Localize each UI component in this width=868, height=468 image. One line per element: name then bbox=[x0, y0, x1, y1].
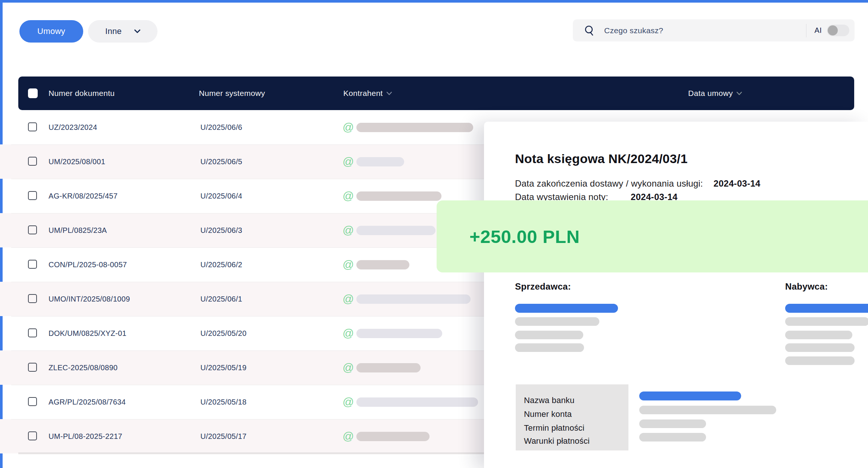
system-number-cell: U/2025/06/6 bbox=[200, 110, 242, 144]
contractor-placeholder-bar bbox=[356, 226, 435, 235]
system-number-cell: U/2025/05/17 bbox=[200, 419, 247, 453]
party-detail-placeholder-bar bbox=[785, 343, 855, 352]
document-number-cell: CON/PL/2025-08-0057 bbox=[49, 247, 127, 282]
seller-section-label: Sprzedawca: bbox=[515, 281, 571, 292]
system-number-cell: U/2025/05/19 bbox=[200, 350, 247, 385]
system-number-cell: U/2025/05/18 bbox=[200, 385, 247, 419]
party-detail-placeholder-bar bbox=[785, 317, 868, 326]
search-input[interactable] bbox=[603, 26, 806, 35]
system-number-cell: U/2025/06/1 bbox=[200, 282, 242, 316]
bank-detail-placeholder-bar bbox=[639, 433, 706, 442]
contractor-at-icon: @ bbox=[343, 213, 354, 247]
document-preview-panel: Nota księgowa NK/2024/03/1 Data zakończe… bbox=[484, 122, 868, 468]
bank-detail-placeholder-bar bbox=[639, 419, 706, 428]
party-detail-placeholder-bar bbox=[515, 343, 584, 352]
bank-detail-placeholder-bar bbox=[639, 406, 776, 414]
document-number-cell: DOK/UM/0825/XYZ-01 bbox=[49, 316, 127, 350]
column-header-kontrahent[interactable]: Kontrahent bbox=[343, 77, 392, 110]
system-number-cell: U/2025/06/3 bbox=[200, 213, 242, 247]
inne-dropdown-button[interactable]: Inne bbox=[88, 20, 157, 43]
search-bar: AI bbox=[573, 19, 855, 41]
row-checkbox[interactable] bbox=[28, 122, 37, 131]
bank-field-label: Termin płatności bbox=[524, 423, 584, 433]
row-checkbox[interactable] bbox=[28, 363, 37, 372]
chevron-down-icon bbox=[134, 29, 140, 33]
sort-chevron-icon bbox=[387, 92, 392, 95]
document-number-cell: AGR/PL/2025/08/7634 bbox=[49, 385, 126, 419]
bank-details-box: Nazwa bankuNumer kontaTermin płatnościWa… bbox=[516, 384, 628, 450]
delivery-date-label: Data zakończenia dostawy / wykonania usł… bbox=[515, 178, 714, 189]
amount-value: +250.00 PLN bbox=[469, 226, 580, 247]
document-number-cell: UZ/2023/2024 bbox=[49, 110, 97, 144]
contractor-placeholder-bar bbox=[356, 329, 442, 338]
contractor-at-icon: @ bbox=[343, 419, 354, 453]
contractor-placeholder-bar bbox=[356, 157, 404, 166]
app-window: Umowy Inne AI Numer dokumentu Numer syst… bbox=[0, 0, 868, 468]
document-number-cell: ZLEC-2025/08/0890 bbox=[49, 350, 118, 385]
bank-field-label: Nazwa banku bbox=[524, 396, 575, 405]
select-all-checkbox[interactable] bbox=[28, 88, 38, 98]
document-number-cell: AG-KR/08/2025/457 bbox=[49, 179, 118, 213]
search-divider bbox=[806, 24, 806, 37]
document-number-cell: UM-PL/08-2025-2217 bbox=[49, 419, 122, 453]
ai-toggle[interactable] bbox=[827, 25, 849, 36]
ai-label: AI bbox=[815, 26, 822, 35]
contractor-placeholder-bar bbox=[356, 397, 478, 407]
inne-dropdown-label: Inne bbox=[105, 26, 122, 36]
contractor-placeholder-bar bbox=[356, 191, 441, 201]
contractor-placeholder-bar bbox=[356, 432, 430, 441]
row-checkbox[interactable] bbox=[28, 191, 37, 200]
row-checkbox[interactable] bbox=[28, 431, 37, 440]
row-checkbox[interactable] bbox=[28, 294, 37, 303]
row-checkbox[interactable] bbox=[28, 225, 37, 234]
system-number-cell: U/2025/06/4 bbox=[200, 179, 242, 213]
contractor-at-icon: @ bbox=[343, 385, 354, 419]
window-frame-top bbox=[0, 0, 868, 3]
party-detail-placeholder-bar bbox=[785, 331, 852, 339]
bank-field-label: Numer konta bbox=[524, 409, 572, 419]
buyer-section-label: Nabywca: bbox=[785, 281, 828, 292]
contractor-at-icon: @ bbox=[343, 110, 354, 144]
ai-toggle-knob bbox=[828, 25, 838, 35]
search-icon bbox=[584, 25, 595, 36]
sort-chevron-icon bbox=[737, 92, 742, 95]
bank-field-label: Warunki płatności bbox=[524, 436, 590, 446]
table-header: Numer dokumentu Numer systemowy Kontrahe… bbox=[18, 77, 854, 110]
contractor-at-icon: @ bbox=[343, 144, 354, 179]
contractor-placeholder-bar bbox=[356, 294, 471, 304]
party-detail-placeholder-bar bbox=[785, 356, 855, 365]
document-number-cell: UM/PL/0825/23A bbox=[49, 213, 107, 247]
row-checkbox[interactable] bbox=[28, 157, 37, 166]
column-header-data-umowy[interactable]: Data umowy bbox=[688, 77, 742, 110]
bank-name-placeholder-bar bbox=[639, 391, 741, 400]
row-checkbox[interactable] bbox=[28, 397, 37, 406]
document-number-cell: UM/2025/08/001 bbox=[49, 144, 105, 179]
system-number-cell: U/2025/06/5 bbox=[200, 144, 242, 179]
delivery-date-field: Data zakończenia dostawy / wykonania usł… bbox=[515, 178, 761, 189]
contractor-at-icon: @ bbox=[343, 179, 354, 213]
amount-highlight-box: +250.00 PLN bbox=[437, 200, 868, 272]
column-header-numer-systemowy: Numer systemowy bbox=[199, 77, 265, 110]
party-name-placeholder-bar bbox=[785, 304, 868, 313]
party-name-placeholder-bar bbox=[515, 304, 618, 313]
document-number-cell: UMO/INT/2025/08/1009 bbox=[49, 282, 130, 316]
column-header-numer-dokumentu: Numer dokumentu bbox=[49, 77, 115, 110]
umowy-tab-button[interactable]: Umowy bbox=[19, 20, 83, 43]
system-number-cell: U/2025/06/2 bbox=[200, 247, 242, 282]
party-detail-placeholder-bar bbox=[515, 317, 599, 326]
panel-title: Nota księgowa NK/2024/03/1 bbox=[515, 152, 688, 166]
delivery-date-value: 2024-03-14 bbox=[714, 178, 761, 189]
contractor-placeholder-bar bbox=[356, 260, 409, 269]
row-checkbox[interactable] bbox=[28, 328, 37, 337]
contractor-at-icon: @ bbox=[343, 316, 354, 350]
umowy-tab-label: Umowy bbox=[37, 26, 65, 36]
party-detail-placeholder-bar bbox=[515, 331, 583, 339]
contractor-at-icon: @ bbox=[343, 247, 354, 282]
contractor-placeholder-bar bbox=[356, 123, 473, 132]
row-checkbox[interactable] bbox=[28, 260, 37, 269]
contractor-at-icon: @ bbox=[343, 350, 354, 385]
system-number-cell: U/2025/05/20 bbox=[200, 316, 247, 350]
contractor-placeholder-bar bbox=[356, 363, 421, 372]
contractor-at-icon: @ bbox=[343, 282, 354, 316]
